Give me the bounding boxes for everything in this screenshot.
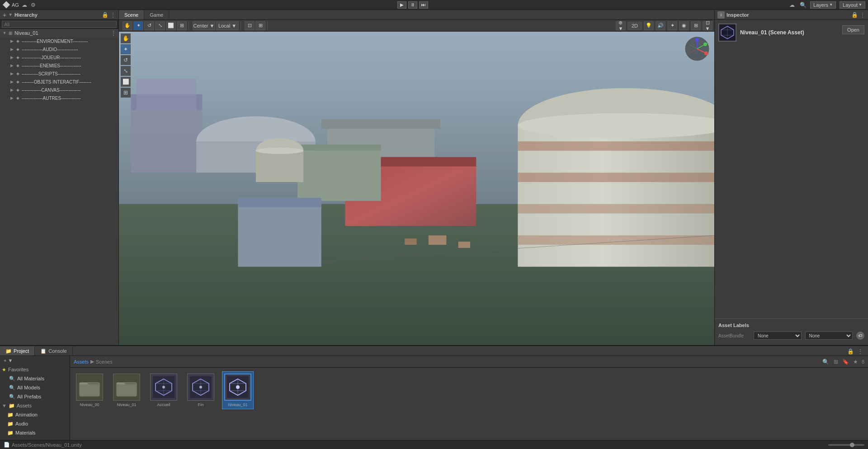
cloud-icon[interactable]: ☁ [21,1,28,9]
hierarchy-dropdown-arrow[interactable]: ▼ [8,12,13,17]
scene-viewport[interactable]: ✋ ✦ ↺ ⤡ ⬜ ⊞ Z Y [119,32,714,345]
project-tab[interactable]: 📁 Project [0,346,35,355]
toolbar-hidden-btn[interactable]: ◉ [679,21,689,30]
assetbundle-variant-select[interactable]: None [805,332,853,340]
asset-info: Niveau_01 (Scene Asset) [740,29,839,36]
collab-icon[interactable]: ☁ [788,1,796,9]
toolbar-snap2-btn[interactable]: ⊞ [255,21,265,30]
project-bookmark-icon[interactable]: 🔖 [842,358,850,366]
hierarchy-lock-icon[interactable]: 🔒 [102,12,108,18]
asset-item-niveau01-scene[interactable]: Niveau_01 [222,371,254,409]
item-1-arrow: ▶ [9,47,14,52]
project-star-icon[interactable]: ★ [852,358,860,366]
toolbar-pivot-btn[interactable]: Center ▼ [193,21,215,30]
toolbar-snap-btn[interactable]: ⊡ [245,21,255,30]
vp-tool-scale[interactable]: ⤡ [121,66,131,76]
all-prefabs-item[interactable]: 🔍 All Prefabs [0,392,70,401]
item-6-arrow: ▶ [9,87,14,93]
toolbar-scale-btn[interactable]: ⤡ [155,21,165,30]
vp-tool-move[interactable]: ✦ [121,44,131,54]
toolbar-persp-btn[interactable]: ⊕ ▼ [616,21,626,30]
hierarchy-root-item[interactable]: ▼ ⊞ Niveau_01 ⋮ [0,29,118,37]
more-bottom-icon[interactable]: ⋮ [856,347,864,355]
toolbar-2d-btn[interactable]: 2D [627,22,642,30]
asset-item-accueil[interactable]: Accueil [148,371,179,409]
hierarchy-item-7[interactable]: ▶ ◈ --------------AUTRES------------- [0,94,118,102]
toolbar-fx-btn[interactable]: ✦ [667,21,677,30]
toolbar-rotate-btn[interactable]: ↺ [144,21,154,30]
play-button[interactable]: ▶ [397,1,406,9]
hierarchy-item-2[interactable]: ▶ ◈ -------------JOUEUR-------------- [0,53,118,61]
hierarchy-panel: + ▼ Hierarchy 🔒 ⋮ ▼ ⊞ Niveau_01 ⋮ ▶ ◈ - [0,10,119,345]
toolbar-move-btn[interactable]: ✦ [133,21,143,30]
all-materials-item[interactable]: 🔍 All Materials [0,374,70,383]
labels-icon[interactable]: 🏷 [856,332,864,340]
scene-tab[interactable]: Scene [119,10,144,19]
toolbar-transform-btn[interactable]: ⊞ [177,21,187,30]
game-tab[interactable]: Game [144,10,169,19]
svg-point-65 [199,386,202,388]
hierarchy-item-4[interactable]: ▶ ◈ -----------SCRIPTS--------------- [0,70,118,78]
zoom-slider-thumb[interactable] [850,443,854,447]
toolbar-gizmos-btn[interactable]: ⊡ ▼ [703,21,712,30]
toolbar-local-btn[interactable]: Local ▼ [216,21,239,30]
scene-icon: ⊞ [7,30,14,36]
root-more-btn[interactable]: ⋮ [110,29,118,37]
inspector-more-icon[interactable]: ⋮ [860,12,865,18]
project-columns-icon[interactable]: ⊞ [832,358,840,366]
add-project-btn[interactable]: + ▼ [0,356,70,365]
hierarchy-item-6[interactable]: ▶ ◈ -------------CANVAS-------------- [0,86,118,94]
breadcrumb-assets[interactable]: Assets [74,359,89,365]
scene-gizmo[interactable]: Z Y X [684,35,711,62]
asset-item-fin[interactable]: Fin [185,371,217,409]
vp-tool-custom[interactable]: ⊞ [121,88,131,98]
asset-item-niveau00[interactable]: Niveau_00 [74,371,105,409]
project-search-icon[interactable]: 🔍 [822,358,830,366]
toolbar-audio-btn[interactable]: 🔊 [656,21,665,30]
hierarchy-item-0[interactable]: ▶ ◈ ----------ENVIRONEMENT---------- [0,37,118,45]
hierarchy-search-input[interactable] [2,21,117,28]
settings-icon[interactable]: ⚙ [30,1,37,9]
all-models-item[interactable]: 🔍 All Models [0,383,70,392]
pause-button[interactable]: ⏸ [408,1,417,9]
toolbar-rect-btn[interactable]: ⬜ [166,21,176,30]
assetbundle-label: AssetBundle [718,333,750,338]
hierarchy-item-1[interactable]: ▶ ◈ --------------AUDIO-------------- [0,45,118,53]
inspector-header-icons: 🔒 ⋮ [851,12,865,18]
svg-rect-31 [119,32,714,345]
inspector-title: Inspector [726,12,749,18]
folder-materials[interactable]: 📁 Materials [0,428,70,437]
hierarchy-item-3[interactable]: ▶ ◈ ------------ENEMIES-------------- [0,61,118,70]
layers-button[interactable]: Layers ▼ [810,1,836,9]
lock-bottom-icon[interactable]: 🔒 [846,347,854,355]
toolbar-light-btn[interactable]: 💡 [644,21,654,30]
favorites-label: Favorites [8,367,28,372]
toolbar-hand-btn[interactable]: ✋ [123,21,132,30]
assetbundle-select[interactable]: None [754,332,802,340]
toolbar-transform-group: ✋ ✦ ↺ ⤡ ⬜ ⊞ [121,21,189,30]
step-button[interactable]: ⏭ [419,1,428,9]
hierarchy-header: + ▼ Hierarchy 🔒 ⋮ [0,10,118,20]
vp-tool-rect[interactable]: ⬜ [121,77,131,87]
layout-button[interactable]: Layout ▼ [840,1,865,9]
favorites-header[interactable]: ★ Favorites [0,365,70,374]
top-bar-center: ▶ ⏸ ⏭ [41,1,785,9]
asset-item-niveau01-folder[interactable]: Niveau_01 [111,371,142,409]
inspector-lock-icon[interactable]: 🔒 [851,12,858,18]
hierarchy-add-button[interactable]: + [3,11,6,19]
zoom-slider[interactable] [828,444,864,446]
scene-toolbar: ✋ ✦ ↺ ⤡ ⬜ ⊞ Center ▼ Local ▼ ⊡ ⊞ ⊕ ▼ 2D … [119,20,714,32]
hierarchy-more-icon[interactable]: ⋮ [110,12,116,18]
search-top-icon[interactable]: 🔍 [799,1,807,9]
svg-point-59 [162,386,165,388]
folder-animation[interactable]: 📁 Animation [0,410,70,419]
open-button[interactable]: Open [842,25,864,34]
hierarchy-item-5[interactable]: ▶ ◈ --------OBJETS INTERACTIF-------- [0,78,118,86]
console-tab[interactable]: 📋 Console [35,346,72,355]
assets-header[interactable]: ▼ 📁 Assets [0,401,70,410]
toolbar-grid-btn[interactable]: ⊞ [691,21,701,30]
vp-tool-rotate[interactable]: ↺ [121,55,131,65]
inspector-content: Niveau_01 (Scene Asset) Open [715,20,868,318]
vp-tool-hand[interactable]: ✋ [121,33,131,43]
folder-audio[interactable]: 📁 Audio [0,419,70,428]
